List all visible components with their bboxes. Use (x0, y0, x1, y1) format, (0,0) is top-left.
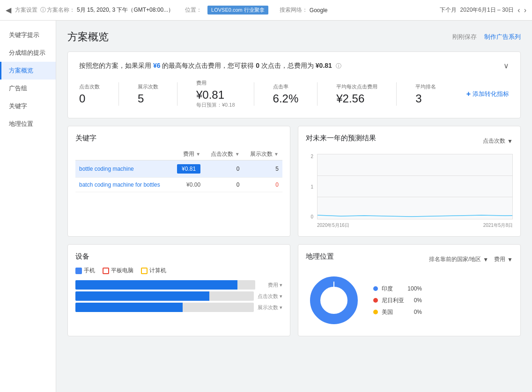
bar-fill-cost (75, 280, 237, 290)
stat-divider-3 (254, 82, 254, 106)
stat-cost-value: ¥0.81 (196, 88, 235, 102)
y-label-2: 2 (310, 154, 313, 159)
create-campaign-button[interactable]: 制作广告系列 (484, 33, 521, 41)
stat-cost-label: 费用 (196, 80, 235, 87)
stat-divider-2 (177, 82, 177, 106)
kw-clicks-2: 0 (204, 178, 243, 192)
mobile-dot (75, 268, 82, 274)
table-row: batch coding machine for bottles ¥0.00 0… (75, 178, 282, 192)
nigeria-pct: 0% (408, 297, 422, 304)
kw-name-2[interactable]: batch coding machine for bottles (75, 178, 171, 192)
plan-name-value: 5月 15, 2020, 3 下午（GMT+08:00...） (77, 6, 174, 14)
sidebar-item-groups[interactable]: 分成组的提示 (0, 44, 56, 62)
stat-ctr-value: 6.2% (273, 92, 299, 105)
add-conversion-label: 添加转化指标 (473, 90, 509, 98)
mobile-label: 手机 (84, 267, 95, 275)
keywords-table: 费用 ▼ 点击次数 ▼ 展示次数 ▼ (75, 148, 282, 192)
donut-container: 印度 100% 尼日利亚 0% 美国 0% (306, 272, 513, 328)
sidebar-item-geo[interactable]: 地理位置 (0, 115, 56, 133)
plus-icon: + (466, 90, 471, 98)
dropdown-arrow-icon: ▼ (507, 138, 513, 145)
geo-cost-filter[interactable]: 费用 ▼ (494, 255, 513, 263)
geo-country-filter[interactable]: 排名靠前的国家/地区 ▼ (429, 255, 488, 263)
next-month-label: 下个月 (440, 6, 457, 14)
kw-name-1[interactable]: bottle coding machine (75, 160, 171, 178)
col-impressions-header[interactable]: 展示次数 ▼ (244, 148, 282, 160)
forecast-title: 对未来一年的预测结果 (306, 134, 376, 143)
bar-label-impressions[interactable]: 展示次数 ▾ (258, 304, 282, 311)
location-section: 位置： LOVSE0.com 行业聚拿 (185, 6, 270, 15)
geo-legend-india: 印度 100% (373, 285, 422, 293)
forecast-card: 对未来一年的预测结果 点击次数 ▼ 2 1 0 (298, 126, 521, 237)
chart-y-labels: 2 1 0 (306, 154, 315, 219)
bar-label-clicks[interactable]: 点击次数 ▾ (258, 293, 282, 300)
computer-label: 计算机 (149, 267, 166, 275)
y-label-1: 1 (310, 184, 313, 189)
plan-label: 方案设置 (15, 6, 37, 14)
tablet-dot (103, 268, 109, 274)
top-bar: ◀ 方案设置 ⓘ 方案名称： 5月 15, 2020, 3 下午（GMT+08:… (0, 0, 532, 21)
tablet-label: 平板电脑 (111, 267, 133, 275)
add-conversion-btn[interactable]: + 添加转化指标 (466, 90, 509, 98)
kw-cost-1: ¥0.81 (171, 160, 204, 178)
two-col-grid: 关键字 费用 ▼ 点击次数 ▼ (67, 126, 521, 237)
india-dot (373, 286, 378, 291)
col-clicks-header[interactable]: 点击次数 ▼ (204, 148, 243, 160)
donut-chart (306, 272, 362, 328)
col-cost-header[interactable]: 费用 ▼ (171, 148, 204, 160)
main-layout: 关键字提示 分成组的提示 方案概览 广告组 关键字 地理位置 方案概览 刚刚保存… (0, 21, 532, 392)
legend-computer: 计算机 (141, 267, 166, 275)
stat-avg-rank-value: 3 (415, 92, 436, 105)
devices-title: 设备 (75, 252, 282, 261)
sidebar-item-adgroup[interactable]: 广告组 (0, 80, 56, 97)
chart-x-labels: 2020年5月16日 2021年5月8日 (317, 222, 513, 229)
stat-avg-rank-label: 平均排名 (415, 83, 436, 90)
filter-arrow-icon: ▼ (483, 256, 488, 263)
info-icon: ⓘ (336, 63, 341, 69)
kw-impressions-1: 5 (244, 160, 282, 178)
svg-point-4 (321, 287, 347, 313)
kw-cost-2: ¥0.00 (171, 178, 204, 192)
geo-title: 地理位置 (306, 252, 334, 261)
usa-dot (373, 310, 378, 314)
stat-impressions: 展示次数 5 (138, 83, 158, 105)
bar-row-clicks: 点击次数 ▾ (75, 291, 282, 301)
chevron-down-icon[interactable]: ∨ (503, 61, 509, 70)
stat-impressions-value: 5 (138, 92, 158, 105)
search-network-value: Google (310, 7, 328, 14)
watermark-badge: LOVSE0.com 行业聚拿 (207, 6, 268, 15)
bar-fill-clicks (75, 291, 209, 301)
x-label-start: 2020年5月16日 (317, 222, 349, 229)
forecast-dropdown[interactable]: 点击次数 ▼ (483, 137, 513, 145)
chart-canvas (317, 154, 513, 219)
back-arrow[interactable]: ◀ (6, 6, 11, 15)
sidebar-item-overview[interactable]: 方案概览 (0, 62, 56, 80)
nigeria-dot (373, 298, 378, 303)
top-bar-right: 下个月 2020年6月1日 – 30日 ‹ › (440, 6, 526, 15)
stat-impressions-label: 展示次数 (138, 83, 158, 90)
stat-avg-rank: 平均排名 3 (415, 83, 436, 105)
sort-impressions-icon: ▼ (274, 152, 279, 157)
forecast-chart: 2 1 0 2020年5月16日 (306, 154, 513, 229)
computer-dot (141, 268, 148, 274)
next-arrow[interactable]: › (524, 6, 526, 15)
sidebar-item-keyword[interactable]: 关键字 (0, 97, 56, 115)
geo-legend-usa: 美国 0% (373, 308, 422, 316)
location-label: 位置： (185, 6, 202, 14)
summary-description: 按照您的方案，如果采用 ¥6 的最高每次点击费用，您可获得 0 次点击，总费用为… (79, 61, 509, 70)
bar-label-cost[interactable]: 费用 ▾ (259, 282, 282, 289)
keywords-card-title: 关键字 (75, 134, 282, 143)
search-network-label: 搜索网络： (280, 6, 308, 14)
sidebar-item-keywords[interactable]: 关键字提示 (0, 26, 56, 44)
usa-label: 美国 (382, 308, 404, 316)
next-month-value: 2020年6月1日 – 30日 (460, 6, 514, 14)
stat-avg-cpc: 平均每次点击费用 ¥2.56 (336, 83, 377, 105)
prev-arrow[interactable]: ‹ (517, 6, 520, 15)
content-area: 方案概览 刚刚保存 制作广告系列 按照您的方案，如果采用 ¥6 的最高每次点击费… (56, 21, 532, 392)
cost-filter-arrow-icon: ▼ (507, 256, 513, 263)
stat-clicks: 点击次数 0 (79, 83, 100, 105)
sidebar: 关键字提示 分成组的提示 方案概览 广告组 关键字 地理位置 (0, 21, 56, 392)
second-row-grid: 设备 手机 平板电脑 计算机 (67, 244, 521, 336)
chart-header: 对未来一年的预测结果 点击次数 ▼ (306, 134, 513, 148)
nigeria-label: 尼日利亚 (382, 297, 404, 305)
